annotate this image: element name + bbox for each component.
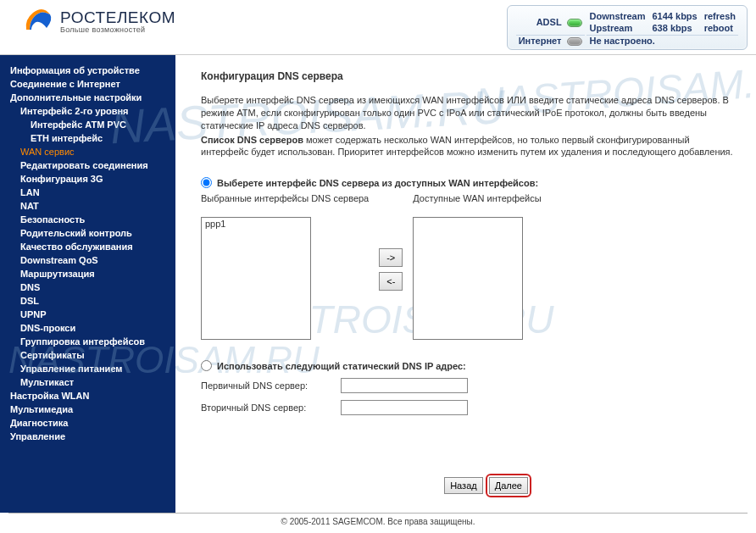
- status-panel: ADSL Downstream 6144 kbps refresh Upstre…: [507, 5, 748, 50]
- sidebar-item[interactable]: Мультимедиа: [0, 403, 175, 416]
- sidebar-item[interactable]: LAN: [0, 186, 175, 199]
- brand-logo-icon: [21, 4, 55, 38]
- brand-logo: РОСТЕЛЕКОМ Больше возможностей: [21, 4, 175, 38]
- content-area: Конфигурация DNS сервера Выберете интерф…: [175, 55, 756, 513]
- downstream-label: Downstream: [589, 11, 645, 21]
- sidebar-item[interactable]: Интерфейс ATM PVC: [0, 118, 175, 131]
- dns-from-wan-radio[interactable]: [201, 177, 212, 188]
- sidebar-item[interactable]: Качество обслуживания: [0, 240, 175, 253]
- sidebar-item[interactable]: Соединение с Интернет: [0, 77, 175, 91]
- intro-paragraph-2: Список DNS серверов может содержать неск…: [201, 134, 739, 159]
- sidebar-item[interactable]: DNS: [0, 280, 175, 294]
- sidebar-item[interactable]: Конфигурация 3G: [0, 172, 175, 186]
- sidebar-item[interactable]: Downstream QoS: [0, 253, 175, 267]
- sidebar-item[interactable]: Маршрутизация: [0, 267, 175, 280]
- brand-title: РОСТЕЛЕКОМ: [60, 8, 175, 27]
- selected-list-header: Выбранные интерфейсы DNS сервера: [201, 193, 369, 217]
- sidebar-item[interactable]: Диагностика: [0, 416, 175, 430]
- next-button[interactable]: Далее: [489, 477, 528, 494]
- static-dns-radio[interactable]: [201, 360, 212, 371]
- upstream-label: Upstream: [589, 23, 632, 33]
- intro-paragraph-1: Выберете интерфейс DNS сервера из имеющи…: [201, 94, 739, 132]
- sidebar-item[interactable]: Информация об устройстве: [0, 64, 175, 77]
- list-item[interactable]: ppp1: [202, 218, 310, 230]
- sidebar-item[interactable]: Управление питанием: [0, 362, 175, 375]
- sidebar-item[interactable]: ETH интерфейс: [0, 131, 175, 145]
- sidebar-item[interactable]: Интерфейс 2-го уровня: [0, 104, 175, 118]
- back-button[interactable]: Назад: [444, 477, 483, 494]
- reboot-link[interactable]: reboot: [704, 23, 733, 33]
- footer-copyright: © 2005-2011 SAGEMCOM. Все права защищены…: [8, 513, 748, 526]
- sidebar-item[interactable]: Мультикаст: [0, 375, 175, 389]
- upstream-value: 638 kbps: [653, 23, 692, 33]
- internet-value: Не настроено.: [589, 36, 654, 46]
- adsl-led-icon: [567, 19, 582, 27]
- next-button-highlight: Далее: [486, 474, 531, 497]
- sidebar-item[interactable]: NAT: [0, 199, 175, 213]
- internet-label: Интернет: [519, 36, 562, 46]
- sidebar-item[interactable]: Редактировать соединения: [0, 158, 175, 172]
- sidebar-item[interactable]: Группировка интерфейсов: [0, 335, 175, 348]
- primary-dns-label: Первичный DNS сервер:: [201, 380, 341, 391]
- adsl-label: ADSL: [536, 17, 562, 27]
- sidebar-item[interactable]: WAN сервис: [0, 145, 175, 158]
- page-title: Конфигурация DNS сервера: [201, 70, 739, 82]
- sidebar-item[interactable]: Управление: [0, 430, 175, 443]
- sidebar-item[interactable]: Настройка WLAN: [0, 389, 175, 403]
- sidebar-item[interactable]: DNS-прокси: [0, 321, 175, 335]
- secondary-dns-input[interactable]: [341, 400, 468, 415]
- internet-led-icon: [567, 37, 582, 46]
- sidebar-item[interactable]: UPNP: [0, 308, 175, 321]
- sidebar: Информация об устройствеСоединение с Инт…: [0, 55, 175, 513]
- available-list-header: Доступные WAN интерфейсы: [413, 193, 541, 217]
- sidebar-item[interactable]: Сертификаты: [0, 348, 175, 362]
- sidebar-item[interactable]: Дополнительные настройки: [0, 91, 175, 104]
- secondary-dns-label: Вторичный DNS сервер:: [201, 403, 341, 413]
- move-right-button[interactable]: ->: [379, 248, 403, 267]
- static-dns-label: Использовать следующий статический DNS I…: [217, 361, 466, 371]
- downstream-value: 6144 kbps: [653, 11, 698, 21]
- refresh-link[interactable]: refresh: [704, 11, 736, 21]
- sidebar-item[interactable]: DSL: [0, 294, 175, 308]
- sidebar-item[interactable]: Безопасность: [0, 213, 175, 226]
- brand-subtitle: Больше возможностей: [60, 25, 175, 34]
- sidebar-item[interactable]: Родительский контроль: [0, 226, 175, 240]
- available-interfaces-list[interactable]: [413, 217, 523, 340]
- header: РОСТЕЛЕКОМ Больше возможностей ADSL Down…: [0, 0, 756, 55]
- selected-interfaces-list[interactable]: ppp1: [201, 217, 311, 340]
- move-left-button[interactable]: <-: [379, 272, 403, 291]
- dns-from-wan-label: Выберете интерфейс DNS сервера из доступ…: [217, 178, 538, 188]
- primary-dns-input[interactable]: [341, 378, 468, 393]
